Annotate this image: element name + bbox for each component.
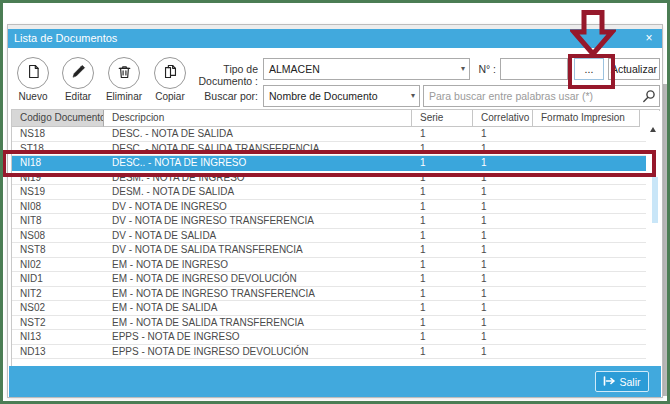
scroll-up-icon[interactable]	[650, 127, 656, 132]
nuevo-button[interactable]	[17, 57, 49, 89]
lista-de-documentos-window: Lista de Documentos × Nuevo Editar Elim	[8, 25, 662, 397]
table-row[interactable]: NI13 EPPS - NOTA DE INGRESO 1 1	[12, 330, 648, 345]
salir-button[interactable]: Salir	[595, 371, 649, 392]
search-icon[interactable]	[641, 88, 657, 104]
numero-label: N° :	[470, 63, 496, 75]
actualizar-button[interactable]: Actualizar	[608, 58, 660, 80]
eliminar-button[interactable]	[108, 57, 140, 89]
nuevo-label: Nuevo	[8, 91, 58, 102]
scrollbar-thumb[interactable]	[652, 177, 658, 223]
column-header-correlativo[interactable]: Correlativo	[473, 110, 533, 127]
table-row[interactable]: ND13 EPPS - NOTA DE INGRESO DEVOLUCIÓN 1…	[12, 345, 648, 360]
table-row[interactable]: NI08 DV - NOTA DE INGRESO 1 1	[12, 200, 648, 215]
table-row[interactable]: NIT2 EM - NOTA DE INGRESO TRANSFERENCIA …	[12, 287, 648, 302]
pencil-icon	[70, 63, 87, 84]
table-row[interactable]: NS19 DESM. - NOTA DE SALIDA 1 1	[12, 185, 648, 200]
editar-label: Editar	[53, 91, 103, 102]
column-header-formato[interactable]: Formato Impresion	[533, 110, 640, 127]
table-row[interactable]: NID1 EM - NOTA DE INGRESO DEVOLUCIÓN 1 1	[12, 272, 648, 287]
trash-icon	[116, 63, 133, 84]
table-row[interactable]: NS18 DESC. - NOTA DE SALIDA 1 1	[12, 127, 648, 142]
table-row[interactable]: NST8 DV - NOTA DE SALIDA TRANSFERENCIA 1…	[12, 243, 648, 258]
chevron-down-icon: ▾	[461, 59, 465, 79]
screenshot-canvas: Lista de Documentos × Nuevo Editar Elim	[0, 0, 670, 404]
table-row[interactable]: NI02 EM - NOTA DE INGRESO 1 1	[12, 258, 648, 273]
exit-arrow-icon	[603, 376, 615, 388]
salir-label: Salir	[619, 376, 640, 388]
numero-input[interactable]	[500, 58, 568, 80]
tipo-de-documento-select[interactable]: ALMACEN ▾	[263, 58, 470, 80]
close-icon[interactable]: ×	[640, 29, 658, 48]
titlebar[interactable]: Lista de Documentos ×	[8, 29, 662, 48]
window-title: Lista de Documentos	[14, 32, 117, 44]
table-row[interactable]: NS08 DV - NOTA DE SALIDA 1 1	[12, 229, 648, 244]
table-row[interactable]: NST2 EM - NOTA DE SALIDA TRANSFERENCIA 1…	[12, 316, 648, 331]
table-row[interactable]: NIT8 DV - NOTA DE INGRESO TRANSFERENCIA …	[12, 214, 648, 229]
column-header-serie[interactable]: Serie	[412, 110, 473, 127]
annotation-box-selected-row	[2, 150, 656, 177]
column-header-descripcion[interactable]: Descripcion	[104, 110, 412, 127]
footer-bar: Salir	[9, 366, 661, 397]
annotation-box-browse-button	[568, 54, 615, 89]
table-row[interactable]: NS02 EM - NOTA DE SALIDA 1 1	[12, 301, 648, 316]
tipo-de-documento-label: Tipo de Documento :	[168, 63, 258, 87]
new-document-icon	[25, 63, 42, 84]
tipo-de-documento-value: ALMACEN	[269, 63, 320, 75]
column-header-codigo[interactable]: Codigo Documento	[12, 110, 104, 127]
buscar-por-value: Nombre de Documento	[269, 90, 378, 102]
annotation-arrow-down-icon	[570, 10, 616, 57]
grid-header-row: Codigo Documento Descripcion Serie Corre…	[12, 110, 640, 127]
eliminar-label: Eliminar	[99, 91, 149, 102]
editar-button[interactable]	[62, 57, 94, 89]
buscar-por-label: Buscar por:	[188, 90, 258, 102]
search-input[interactable]	[423, 85, 660, 107]
chevron-down-icon: ▾	[411, 86, 415, 106]
buscar-por-select[interactable]: Nombre de Documento ▾	[263, 85, 420, 107]
